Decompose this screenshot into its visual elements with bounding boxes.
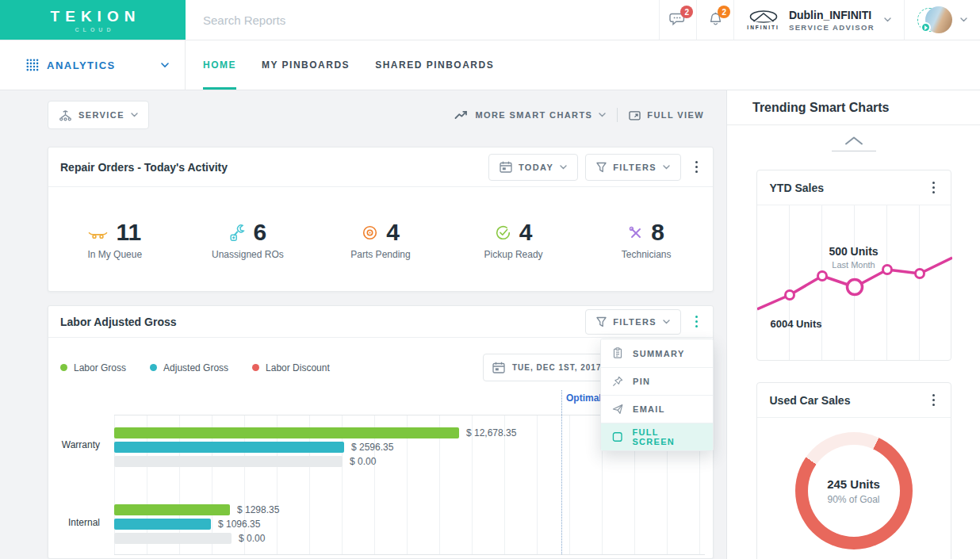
calendar-icon <box>500 161 512 173</box>
user-menu[interactable] <box>904 0 980 40</box>
dealer-role: SERVICE ADVISOR <box>789 23 875 32</box>
chevron-up-icon <box>844 136 863 145</box>
donut-chart: 245 Units 90% of Goal <box>757 418 951 549</box>
category-label: Internal <box>68 517 100 528</box>
chevron-down-icon <box>884 17 891 22</box>
divider <box>617 108 618 122</box>
grid-icon <box>26 59 39 71</box>
bar-value-label: $ 0.00 <box>350 456 376 467</box>
legend-item: Labor Gross <box>60 362 126 373</box>
bar-adjusted-gross <box>114 519 211 530</box>
dealer-switcher[interactable]: INFINITI Dublin_INFINITI SERVICE ADVISOR <box>733 0 904 40</box>
collapse-trending-button[interactable] <box>727 136 980 151</box>
funnel-icon <box>596 316 607 327</box>
calendar-icon <box>492 362 505 373</box>
tekion-logo[interactable]: TEKION CLOUD <box>0 0 186 40</box>
notifications-button[interactable]: 2 <box>696 0 733 40</box>
main-column: SERVICE MORE SMART CHARTS <box>0 90 726 559</box>
bar-adjusted-gross <box>114 442 344 453</box>
card-menu-button[interactable] <box>929 178 938 197</box>
chevron-down-icon <box>560 165 567 170</box>
department-select[interactable]: SERVICE <box>48 101 149 129</box>
avatar <box>917 5 954 35</box>
bar-labor-gross <box>114 504 230 515</box>
top-bar: TEKION CLOUD 2 2 INFINITI Dublin_INFINIT… <box>0 0 980 40</box>
filters-button[interactable]: FILTERS <box>585 154 681 181</box>
summary-icon <box>612 347 623 359</box>
app-switcher-label: ANALYTICS <box>47 59 116 71</box>
funnel-icon <box>596 162 607 173</box>
pin-icon <box>612 376 623 387</box>
card-context-menu: SUMMARY PIN EMAIL FULL SCREEN <box>600 339 714 451</box>
search-input[interactable] <box>186 0 659 40</box>
parts-icon <box>362 224 378 241</box>
tools-icon <box>628 225 643 240</box>
pinboard-tabs: HOME MY PINBOARDS SHARED PINBOARDS <box>186 40 507 90</box>
messages-button[interactable]: 2 <box>659 0 696 40</box>
divider <box>832 151 876 151</box>
menu-item-pin[interactable]: PIN <box>601 367 713 395</box>
menu-item-summary[interactable]: SUMMARY <box>601 339 713 367</box>
bar-value-label: $ 2596.35 <box>351 442 393 453</box>
legend-item: Adjusted Gross <box>150 362 228 373</box>
card-menu-button[interactable] <box>929 390 938 410</box>
optimal-label: Optimal <box>566 392 602 404</box>
infiniti-logo: INFINITI <box>747 10 779 30</box>
card-title: Repair Orders - Today's Activity <box>60 161 481 174</box>
tab-home[interactable]: HOME <box>190 40 249 90</box>
used-car-sales-card: Used Car Sales 245 Units 90% of Goal <box>756 382 951 559</box>
fullscreen-icon <box>612 431 622 442</box>
stat-unassigned-ros[interactable]: 6 Unassigned ROs <box>182 219 315 260</box>
bar-labor-gross <box>114 427 459 438</box>
card-menu-button[interactable] <box>692 157 701 177</box>
labor-adjusted-gross-card: Labor Adjusted Gross FILTERS Labor Gross <box>48 305 714 559</box>
logo-subtitle: CLOUD <box>71 27 115 33</box>
legend-item: Labor Discount <box>252 362 330 373</box>
repair-orders-card: Repair Orders - Today's Activity TODAY F… <box>48 147 714 292</box>
bar-group-internal: $ 1298.35$ 1096.35$ 0.00 <box>114 504 705 544</box>
bar-value-label: $ 0.00 <box>239 533 265 544</box>
dealer-name: Dublin_INFINITI <box>789 9 871 21</box>
chevron-down-icon <box>131 113 138 117</box>
bar-labor-discount <box>114 456 343 467</box>
filters-button[interactable]: FILTERS <box>585 309 681 335</box>
optimal-threshold-line: Optimal <box>561 390 562 554</box>
check-circle-icon <box>495 224 511 241</box>
stat-pickup-ready[interactable]: 4 Pickup Ready <box>447 219 580 260</box>
chevron-down-icon <box>960 17 967 22</box>
stat-parts-pending[interactable]: 4 Parts Pending <box>314 219 447 260</box>
card-title: YTD Sales <box>770 182 918 194</box>
logo-title: TEKION <box>45 8 141 25</box>
chevron-down-icon <box>663 165 670 170</box>
more-smart-charts-button[interactable]: MORE SMART CHARTS <box>454 110 606 120</box>
category-label: Warranty <box>62 439 100 450</box>
secondary-nav: ANALYTICS HOME MY PINBOARDS SHARED PINBO… <box>0 40 980 90</box>
stat-technicians[interactable]: 8 Technicians <box>580 219 713 260</box>
date-filter-button[interactable]: TODAY <box>488 154 578 181</box>
bar-value-label: $ 12,678.35 <box>466 427 516 438</box>
card-title: Labor Adjusted Gross <box>60 316 578 328</box>
notifications-badge: 2 <box>718 6 730 18</box>
chevron-down-icon <box>599 113 606 117</box>
car-icon <box>88 226 108 239</box>
full-view-button[interactable]: FULL VIEW <box>629 110 704 121</box>
bar-value-label: $ 1096.35 <box>218 519 260 530</box>
tab-shared-pinboards[interactable]: SHARED PINBOARDS <box>362 40 507 90</box>
menu-item-full-screen[interactable]: FULL SCREEN <box>601 423 713 450</box>
card-menu-button[interactable] <box>692 312 701 331</box>
donut-value: 245 Units <box>827 477 880 491</box>
stat-in-my-queue[interactable]: 11 In My Queue <box>48 219 182 260</box>
card-title: Used Car Sales <box>770 394 918 407</box>
status-badge <box>921 22 931 33</box>
bar-labor-discount <box>114 533 232 544</box>
bar-value-label: $ 1298.35 <box>237 504 279 515</box>
date-range-picker[interactable]: TUE, DEC 1ST, 2017 - W <box>483 354 611 381</box>
trending-sidebar: Trending Smart Charts YTD Sales 500 Unit… <box>726 90 980 559</box>
tab-my-pinboards[interactable]: MY PINBOARDS <box>249 40 362 90</box>
chart-callout: 500 Units Last Month <box>757 245 951 270</box>
menu-item-email[interactable]: EMAIL <box>601 395 713 423</box>
email-icon <box>612 404 623 415</box>
content-area: SERVICE MORE SMART CHARTS <box>0 90 980 559</box>
sidebar-title: Trending Smart Charts <box>727 90 980 125</box>
app-switcher[interactable]: ANALYTICS <box>0 40 186 90</box>
